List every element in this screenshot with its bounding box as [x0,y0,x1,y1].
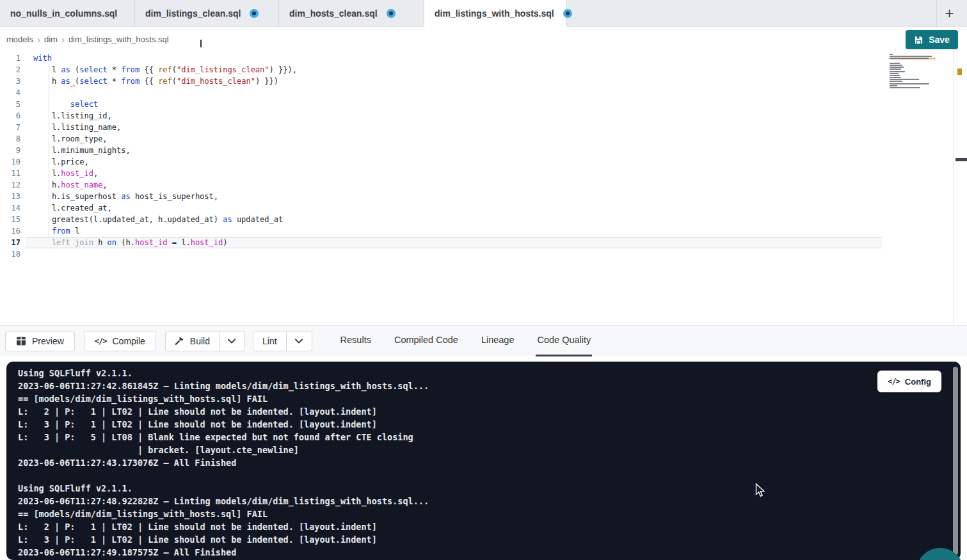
tab-lineage[interactable]: Lineage [480,326,516,356]
breadcrumb-models[interactable]: models [6,35,33,44]
terminal-output: Using SQLFluff v2.1.1.2023-06-06T11:27:4… [18,367,961,559]
code-line[interactable]: h.is_superhost as host_is_superhost, [26,191,882,202]
minimap-line [890,81,936,82]
code-editor[interactable]: 123456789101112131415161718 with l as (s… [0,51,967,325]
minimap-line [890,58,936,60]
line-number: 3 [0,76,20,87]
terminal-line: L: 3 | P: 5 | LT08 | Blank line expected… [18,431,961,444]
terminal-line: L: 3 | P: 1 | LT02 | Line should not be … [18,533,961,546]
lint-dropdown-toggle[interactable] [286,332,312,351]
save-button[interactable]: Save [906,30,958,49]
code-line[interactable]: l.listing_id, [26,110,882,122]
code-icon: </> [95,337,107,346]
tab-dim-hosts-clean[interactable]: dim_hosts_clean.sql [279,0,424,27]
lint-label: Lint [262,336,277,346]
terminal-line: Using SQLFluff v2.1.1. [18,367,961,380]
tab-code-quality[interactable]: Code Quality [536,326,592,356]
code-line[interactable]: h.host_name, [26,179,882,191]
code-line[interactable]: greatest(l.updated_at, h.updated_at) as … [26,214,882,225]
new-tab-button[interactable]: + [936,0,962,27]
tab-code-quality-label: Code Quality [537,335,591,345]
tab-results[interactable]: Results [339,326,372,356]
minimap[interactable] [890,54,936,91]
terminal-line: L: 3 | P: 1 | LT02 | Line should not be … [18,418,961,431]
editor-code-lines: with l as (select * from {{ ref("dim_lis… [26,52,882,260]
chevron-right-icon: › [37,34,40,45]
plus-icon: + [945,4,954,22]
line-number: 5 [0,99,20,110]
save-button-label: Save [929,35,950,45]
line-number: 17 [0,237,20,248]
lint-button[interactable]: Lint [253,332,286,351]
minimap-line [890,73,936,74]
code-line[interactable]: l.listing_name, [26,122,882,133]
code-line[interactable]: from l [26,225,882,237]
line-number: 13 [0,191,20,202]
minimap-line [890,89,936,90]
line-number: 7 [0,122,20,133]
code-line[interactable] [26,87,882,99]
minimap-line [890,61,936,62]
build-split-button: Build [165,331,245,351]
compile-label: Compile [112,336,145,346]
minimap-line [890,83,936,84]
code-line[interactable] [26,248,882,260]
code-line[interactable]: l.created_at, [26,202,882,214]
result-panel-tabs: Results Compiled Code Lineage Code Quali… [339,326,593,356]
tab-label: dim_listings_with_hosts.sql [435,8,554,19]
tab-dim-listings-with-hosts[interactable]: dim_listings_with_hosts.sql [424,0,567,27]
code-icon: </> [888,377,900,386]
build-dropdown-toggle[interactable] [219,332,244,351]
line-number: 6 [0,110,20,122]
preview-button[interactable]: Preview [5,331,75,351]
modified-indicator-icon[interactable] [387,9,396,18]
breadcrumb-dim[interactable]: dim [44,35,58,44]
code-line[interactable]: l.price, [26,156,882,168]
tab-compiled-code[interactable]: Compiled Code [393,326,460,356]
terminal-line: == [models/dim/dim_listings_with_hosts.s… [18,508,961,520]
minimap-line [890,54,936,55]
terminal-line: L: 2 | P: 1 | LT02 | Line should not be … [18,520,961,533]
editor-gutter: 123456789101112131415161718 [0,52,20,260]
terminal-line: Using SQLFluff v2.1.1. [18,482,961,495]
code-line[interactable]: l.minimum_nights, [26,145,882,156]
terminal-line: 2023-06-06T11:27:43.173076Z — All Finish… [18,456,961,469]
lint-split-button: Lint [253,331,312,351]
terminal-line [18,469,961,482]
line-number: 8 [0,133,20,145]
build-button[interactable]: Build [166,332,219,351]
line-number: 15 [0,214,20,225]
code-line[interactable]: l as (select * from {{ ref("dim_listings… [26,64,882,76]
tab-no-nulls-in-columns[interactable]: no_nulls_in_columns.sql [0,0,135,27]
minimap-line [890,79,936,80]
text-cursor [200,40,202,47]
code-line[interactable]: h as (select * from {{ ref("dim_hosts_cl… [26,76,882,87]
minimap-line [890,68,936,70]
terminal-scrollbar[interactable] [953,367,958,555]
scroll-position-marker[interactable] [955,158,967,161]
code-line[interactable]: l.room_type, [26,133,882,145]
modified-indicator-icon[interactable] [250,9,259,18]
terminal-line: 2023-06-06T11:27:48.922828Z — Linting mo… [18,495,961,508]
code-line[interactable]: left join h on (h.host_id = l.host_id) [26,237,882,248]
line-number: 14 [0,202,20,214]
minimap-line [890,85,936,86]
config-button[interactable]: </> Config [877,371,941,392]
tab-lineage-label: Lineage [481,335,515,345]
terminal-line: == [models/dim/dim_listings_with_hosts.s… [18,392,961,405]
file-tab-bar: no_nulls_in_columns.sql dim_listings_cle… [0,0,967,27]
code-line[interactable]: select [26,99,882,110]
breadcrumb-file[interactable]: dim_listings_with_hosts.sql [68,35,169,44]
terminal-line: L: 2 | P: 1 | LT02 | Line should not be … [18,405,961,418]
tab-dim-listings-clean[interactable]: dim_listings_clean.sql [135,0,279,27]
code-line[interactable]: l.host_id, [26,168,882,179]
config-label: Config [905,377,931,387]
minimap-line [890,56,936,57]
minimap-line [890,75,936,76]
line-number: 12 [0,179,20,191]
compile-button[interactable]: </> Compile [84,331,156,351]
tab-label: no_nulls_in_columns.sql [10,8,117,19]
minimap-line [890,67,936,68]
code-line[interactable]: with [26,52,882,64]
terminal-line: | bracket. [layout.cte_newline] [18,444,961,456]
